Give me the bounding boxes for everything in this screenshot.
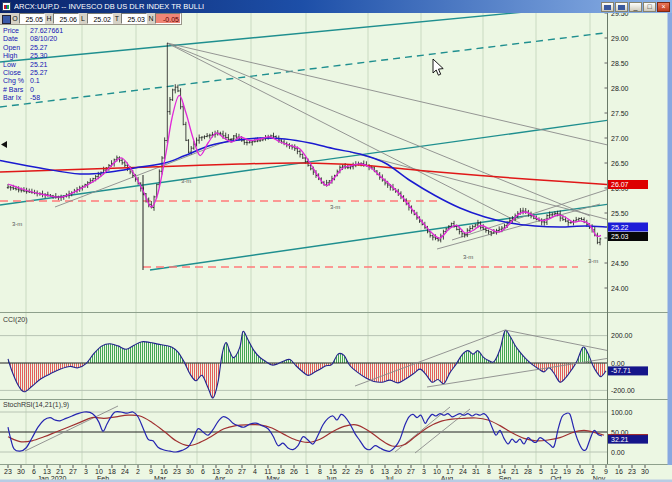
- chart-window: 3-m3-m3-m3-m3-m29.5029.0028.5028.0027.50…: [0, 0, 672, 482]
- svg-text:3-m: 3-m: [12, 221, 22, 227]
- svg-text:17: 17: [446, 468, 454, 475]
- svg-text:27: 27: [407, 468, 415, 475]
- svg-text:18: 18: [277, 468, 285, 475]
- svg-text:1: 1: [305, 468, 309, 475]
- svg-text:27: 27: [238, 468, 246, 475]
- svg-text:29.00: 29.00: [611, 35, 629, 42]
- svg-text:26: 26: [576, 468, 584, 475]
- svg-text:25.50: 25.50: [611, 210, 629, 217]
- svg-text:26.07: 26.07: [611, 181, 629, 188]
- quote-net-label: N: [147, 13, 155, 24]
- svg-text:23: 23: [628, 468, 636, 475]
- svg-text:6: 6: [201, 468, 205, 475]
- data-window-row: Low25.21: [3, 61, 63, 69]
- svg-text:13: 13: [43, 468, 51, 475]
- svg-text:23: 23: [4, 468, 12, 475]
- svg-text:21: 21: [511, 468, 519, 475]
- data-window-row: Close25.27: [3, 69, 63, 77]
- maximize-button[interactable]: □: [643, 2, 656, 12]
- svg-text:3-m: 3-m: [181, 178, 191, 184]
- quote-low-value: 25.02: [87, 13, 113, 24]
- toolbar-button-1[interactable]: [601, 2, 614, 12]
- quote-icon: [0, 13, 11, 24]
- svg-text:30: 30: [641, 468, 649, 475]
- svg-text:26: 26: [290, 468, 298, 475]
- svg-text:3: 3: [84, 468, 88, 475]
- svg-text:9: 9: [604, 468, 608, 475]
- svg-text:16: 16: [160, 468, 168, 475]
- svg-text:2: 2: [136, 468, 140, 475]
- svg-text:22: 22: [342, 468, 350, 475]
- svg-text:16: 16: [615, 468, 623, 475]
- svg-text:25.22: 25.22: [611, 224, 629, 231]
- data-window-row: Bar Ix-58: [3, 94, 63, 102]
- quote-trade-value: 25.03: [121, 13, 147, 24]
- title-bar[interactable]: ARCX:UUP,D -- INVESCO DB US DLR INDEX TR…: [0, 0, 672, 13]
- data-window-row: Open25.27: [3, 44, 63, 52]
- svg-text:3-m: 3-m: [588, 258, 598, 264]
- link-tool-icon: [618, 5, 625, 10]
- svg-text:3-m: 3-m: [463, 254, 473, 260]
- svg-text:20: 20: [394, 468, 402, 475]
- quote-high-label: H: [45, 13, 53, 24]
- svg-text:24: 24: [459, 468, 467, 475]
- titlebar-buttons: _ □ ×: [601, 2, 670, 12]
- svg-text:3-m: 3-m: [330, 204, 340, 210]
- svg-text:28: 28: [524, 468, 532, 475]
- svg-text:15: 15: [329, 468, 337, 475]
- minimize-button[interactable]: _: [629, 2, 642, 12]
- cci-panel-label: CCI(20): [3, 316, 28, 323]
- quote-bar: O25.05 H25.06 L25.02 T25.03 N-0.05: [0, 13, 182, 25]
- svg-text:32.21: 32.21: [611, 436, 629, 443]
- app-icon: [2, 2, 11, 11]
- svg-text:2: 2: [591, 468, 595, 475]
- svg-text:12: 12: [550, 468, 558, 475]
- svg-text:27: 27: [69, 468, 77, 475]
- svg-text:0.00: 0.00: [611, 449, 625, 456]
- svg-text:11: 11: [264, 468, 271, 475]
- svg-text:18: 18: [108, 468, 116, 475]
- window-title: ARCX:UUP,D -- INVESCO DB US DLR INDEX TR…: [14, 2, 598, 11]
- svg-text:9: 9: [149, 468, 153, 475]
- quote-trade-label: T: [113, 13, 121, 24]
- data-window-row: Chg %0.1: [3, 77, 63, 85]
- svg-text:24.50: 24.50: [611, 260, 629, 267]
- svg-text:21: 21: [56, 468, 64, 475]
- svg-text:27.00: 27.00: [611, 135, 629, 142]
- svg-text:-200.00: -200.00: [611, 387, 635, 394]
- svg-text:5: 5: [539, 468, 543, 475]
- svg-text:25.03: 25.03: [611, 233, 629, 240]
- data-window-row: Date08/10/20: [3, 35, 63, 43]
- svg-text:28.50: 28.50: [611, 60, 629, 67]
- svg-text:31: 31: [472, 468, 480, 475]
- data-window-row: # Bars0: [3, 86, 63, 94]
- svg-text:29: 29: [355, 468, 363, 475]
- stoch-panel-label: StochRSI(14,21(1),9): [3, 401, 69, 408]
- svg-text:28.00: 28.00: [611, 85, 629, 92]
- svg-text:24: 24: [121, 468, 129, 475]
- quote-open-value: 25.05: [19, 13, 45, 24]
- close-button[interactable]: ×: [657, 2, 670, 12]
- svg-text:13: 13: [381, 468, 389, 475]
- svg-text:23: 23: [173, 468, 181, 475]
- svg-text:26.50: 26.50: [611, 160, 629, 167]
- quote-net-value: -0.05: [155, 13, 181, 24]
- quote-low-label: L: [79, 13, 87, 24]
- quote-high-value: 25.06: [53, 13, 79, 24]
- svg-text:3: 3: [422, 468, 426, 475]
- svg-text:200.00: 200.00: [611, 332, 633, 339]
- right-scroll-strip[interactable]: [668, 13, 672, 465]
- chart-canvas[interactable]: 3-m3-m3-m3-m3-m29.5029.0028.5028.0027.50…: [0, 0, 672, 482]
- svg-text:8: 8: [318, 468, 322, 475]
- toolbar-button-2[interactable]: [615, 2, 628, 12]
- svg-text:20: 20: [225, 468, 233, 475]
- svg-text:19: 19: [563, 468, 571, 475]
- svg-text:10: 10: [95, 468, 103, 475]
- svg-text:24.00: 24.00: [611, 285, 629, 292]
- svg-text:6: 6: [370, 468, 374, 475]
- svg-text:14: 14: [498, 468, 506, 475]
- svg-text:4: 4: [253, 468, 257, 475]
- svg-text:0.00: 0.00: [611, 360, 625, 367]
- chart-tool-icon: [604, 5, 611, 10]
- svg-text:8: 8: [487, 468, 491, 475]
